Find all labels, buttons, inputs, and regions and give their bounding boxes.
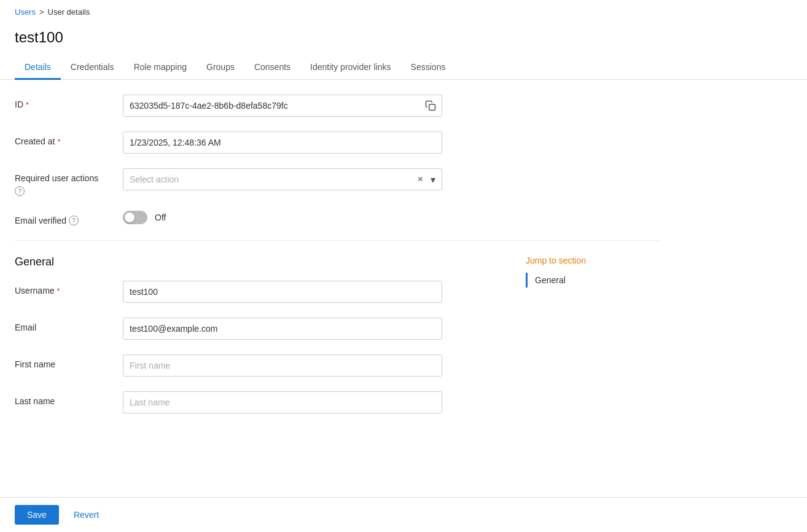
email-verified-help-icon[interactable]: ? bbox=[69, 216, 79, 225]
email-label: Email bbox=[15, 318, 113, 332]
breadcrumb-separator: > bbox=[39, 7, 44, 17]
email-verified-toggle-label: Off bbox=[155, 213, 166, 222]
first-name-row: First name bbox=[15, 354, 501, 377]
id-label: ID * bbox=[15, 95, 113, 109]
email-input[interactable] bbox=[123, 318, 442, 340]
id-row: ID * bbox=[15, 95, 661, 117]
first-name-control bbox=[123, 354, 442, 377]
general-section-title: General bbox=[15, 256, 501, 268]
last-name-row: Last name bbox=[15, 391, 501, 413]
breadcrumb-parent-link[interactable]: Users bbox=[15, 7, 36, 17]
main-content: ID * Created at * Required u bbox=[0, 80, 676, 443]
required-user-actions-placeholder: Select action bbox=[123, 174, 415, 184]
jump-to-section-title: Jump to section bbox=[526, 256, 661, 265]
required-user-actions-row: Required user actions ? Select action × … bbox=[15, 168, 661, 196]
id-control bbox=[123, 95, 442, 117]
email-control bbox=[123, 318, 442, 340]
email-verified-label: Email verified ? bbox=[15, 211, 113, 225]
created-at-row: Created at * bbox=[15, 131, 661, 154]
page-title: test100 bbox=[0, 24, 807, 56]
last-name-label: Last name bbox=[15, 391, 113, 406]
created-at-label: Created at * bbox=[15, 131, 113, 146]
section-divider bbox=[15, 240, 661, 241]
username-input[interactable] bbox=[123, 281, 442, 303]
username-label: Username * bbox=[15, 281, 113, 295]
required-user-actions-label: Required user actions ? bbox=[15, 168, 113, 196]
email-verified-control: Off bbox=[123, 211, 442, 224]
toggle-track bbox=[123, 211, 147, 224]
email-row: Email bbox=[15, 318, 501, 340]
created-at-input[interactable] bbox=[123, 131, 442, 154]
first-name-label: First name bbox=[15, 354, 113, 369]
username-required-star: * bbox=[57, 286, 60, 295]
select-dropdown-button[interactable]: ▾ bbox=[428, 173, 438, 187]
breadcrumb-current: User details bbox=[48, 7, 90, 17]
tab-groups[interactable]: Groups bbox=[197, 56, 244, 80]
id-copy-button[interactable] bbox=[424, 99, 437, 112]
tab-sessions[interactable]: Sessions bbox=[401, 56, 456, 80]
section-nav-item-general[interactable]: General bbox=[535, 273, 661, 288]
required-user-actions-select[interactable]: Select action × ▾ bbox=[123, 168, 442, 190]
tabs-bar: Details Credentials Role mapping Groups … bbox=[0, 56, 807, 80]
tab-identity-provider-links[interactable]: Identity provider links bbox=[300, 56, 401, 80]
section-form: General Username * Email bbox=[15, 256, 501, 428]
first-name-input[interactable] bbox=[123, 354, 442, 377]
last-name-input[interactable] bbox=[123, 391, 442, 413]
email-verified-row: Email verified ? Off bbox=[15, 211, 661, 225]
section-nav: Jump to section General bbox=[526, 256, 661, 428]
created-at-required-star: * bbox=[57, 137, 60, 146]
tab-role-mapping[interactable]: Role mapping bbox=[124, 56, 197, 80]
tab-credentials[interactable]: Credentials bbox=[61, 56, 124, 80]
username-row: Username * bbox=[15, 281, 501, 303]
tab-consents[interactable]: Consents bbox=[244, 56, 300, 80]
username-control bbox=[123, 281, 442, 303]
section-nav-list: General bbox=[526, 273, 661, 288]
toggle-thumb bbox=[125, 213, 134, 222]
required-user-actions-control: Select action × ▾ bbox=[123, 168, 442, 190]
required-user-actions-help-icon[interactable]: ? bbox=[15, 186, 25, 196]
svg-rect-0 bbox=[429, 104, 435, 111]
email-verified-toggle[interactable] bbox=[123, 211, 147, 224]
breadcrumb: Users > User details bbox=[0, 0, 807, 24]
id-required-star: * bbox=[26, 100, 29, 109]
tab-details[interactable]: Details bbox=[15, 56, 61, 80]
last-name-control bbox=[123, 391, 442, 413]
select-actions: × ▾ bbox=[415, 173, 442, 187]
created-at-control bbox=[123, 131, 442, 154]
select-clear-button[interactable]: × bbox=[415, 173, 426, 186]
general-section: General Username * Email bbox=[15, 256, 661, 428]
id-input[interactable] bbox=[123, 95, 442, 117]
